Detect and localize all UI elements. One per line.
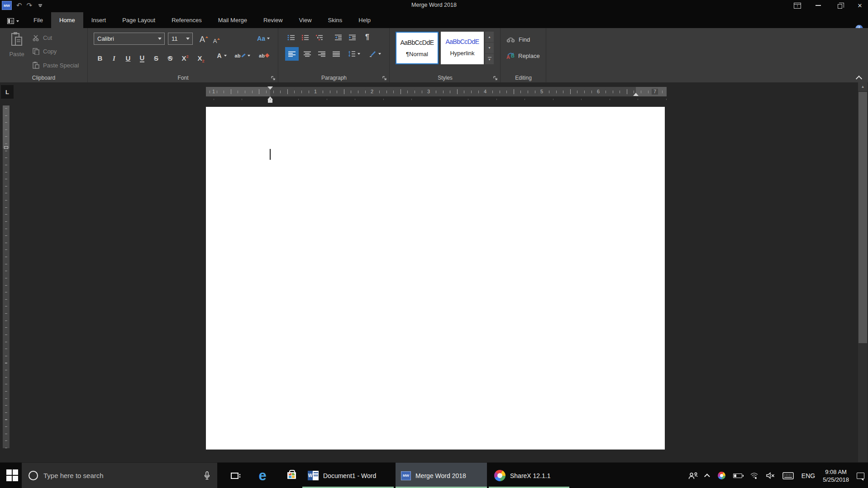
vertical-ruler[interactable] — [3, 105, 10, 448]
document-page[interactable] — [206, 107, 665, 450]
clock[interactable]: 9:08 AM 5/25/2018 — [823, 468, 849, 483]
shrink-font-button[interactable]: A — [211, 33, 221, 44]
line-spacing-button[interactable] — [345, 47, 363, 61]
show-hidden-icons-button[interactable] — [704, 474, 710, 479]
chevron-down-icon — [378, 53, 381, 55]
align-right-button[interactable] — [315, 47, 329, 61]
subscript-button[interactable]: X2 — [194, 49, 208, 62]
align-center-button[interactable] — [300, 47, 314, 61]
highlight-button[interactable]: ab — [232, 49, 253, 62]
style-hyperlink[interactable]: AaBbCcDdE Hyperlink — [441, 32, 484, 64]
strikethrough-icon: S — [154, 54, 158, 62]
style-name: ¶Normal — [396, 51, 438, 57]
tab-home[interactable]: Home — [51, 12, 83, 28]
app-menu-button[interactable] — [7, 18, 19, 24]
tab-skins[interactable]: Skins — [320, 12, 351, 28]
shading-button[interactable] — [366, 47, 384, 61]
touch-keyboard-icon[interactable] — [782, 472, 794, 479]
double-underline-button[interactable]: U — [136, 49, 148, 62]
close-button[interactable]: ✕ — [855, 1, 864, 10]
vertical-scrollbar[interactable]: ▲ — [858, 82, 868, 462]
clear-formatting-button[interactable]: ab — [256, 49, 272, 62]
tab-stop-selector[interactable]: L — [1, 85, 14, 99]
scrollbar-thumb[interactable] — [858, 92, 867, 343]
merge-word-icon: MW — [401, 471, 411, 480]
language-indicator[interactable]: ENG — [801, 472, 815, 479]
microphone-icon[interactable] — [204, 471, 210, 480]
paste-button[interactable]: Paste — [5, 32, 29, 74]
store-button[interactable] — [283, 463, 300, 488]
bullets-button[interactable] — [285, 32, 297, 43]
change-case-icon: Aa — [257, 35, 265, 42]
bullet-list-icon — [287, 34, 295, 41]
font-group-label: Font — [88, 75, 278, 81]
replace-button[interactable]: A B Replace — [506, 52, 540, 60]
menu-file[interactable]: File — [25, 12, 51, 28]
tab-references[interactable]: References — [163, 12, 210, 28]
tab-insert[interactable]: Insert — [83, 12, 114, 28]
style-preview: AaBbCcDdE — [396, 39, 438, 46]
increase-indent-button[interactable] — [346, 32, 358, 43]
left-indent-marker[interactable] — [268, 100, 272, 103]
numbering-button[interactable] — [299, 32, 311, 43]
cut-button[interactable]: Cut — [33, 34, 52, 41]
tab-review[interactable]: Review — [255, 12, 291, 28]
font-color-button[interactable]: A — [213, 49, 231, 62]
style-normal[interactable]: AaBbCcDdE ¶Normal — [396, 32, 439, 64]
show-marks-button[interactable]: ¶ — [361, 31, 373, 43]
top-margin-marker[interactable] — [4, 146, 8, 149]
justify-button[interactable] — [329, 47, 343, 61]
bold-button[interactable]: B — [94, 49, 106, 62]
ribbon-display-options-button[interactable] — [793, 1, 802, 10]
first-line-indent-marker[interactable] — [267, 86, 273, 90]
copy-button[interactable]: Copy — [33, 48, 57, 55]
restore-button[interactable] — [835, 1, 844, 10]
ruler-number: 5 — [539, 89, 545, 95]
styles-scroll-down-button[interactable]: ▼ — [485, 43, 494, 53]
change-case-button[interactable]: Aa — [253, 33, 273, 44]
task-view-button[interactable] — [228, 463, 241, 488]
multilevel-list-button[interactable] — [313, 32, 325, 43]
right-indent-marker[interactable] — [633, 93, 639, 96]
collapse-ribbon-button[interactable] — [856, 76, 862, 80]
ribbon-display-icon — [794, 3, 801, 9]
start-button[interactable] — [6, 469, 18, 481]
taskbar-app-merge-word[interactable]: MW Merge Word 2018 — [396, 463, 487, 488]
taskbar-search[interactable] — [22, 463, 217, 488]
double-strikethrough-icon: S — [168, 54, 172, 62]
taskbar-app-word[interactable]: W Document1 - Word — [302, 463, 394, 488]
underline-icon: U — [126, 54, 131, 62]
find-button[interactable]: Find — [506, 36, 530, 43]
wifi-icon[interactable] — [750, 472, 758, 479]
minimize-button[interactable] — [814, 1, 823, 10]
strikethrough-button[interactable]: S — [150, 49, 162, 62]
chevron-down-icon — [16, 20, 19, 22]
taskbar-app-sharex[interactable]: ShareX 12.1.1 — [489, 463, 569, 488]
underline-button[interactable]: U — [122, 49, 134, 62]
horizontal-ruler[interactable]: 1 1 2 3 4 5 6 7 — [206, 87, 667, 96]
font-size-combo[interactable]: 11 — [168, 33, 193, 45]
italic-button[interactable]: I — [108, 49, 120, 62]
sharex-tray-icon[interactable] — [718, 472, 725, 479]
align-left-button[interactable] — [285, 47, 299, 61]
scroll-up-button[interactable]: ▲ — [858, 82, 868, 91]
action-center-icon[interactable] — [857, 473, 864, 479]
tab-mail-merge[interactable]: Mail Merge — [210, 12, 255, 28]
superscript-button[interactable]: X2 — [178, 49, 192, 62]
people-icon[interactable] — [688, 472, 698, 479]
tab-help[interactable]: Help — [350, 12, 379, 28]
decrease-indent-button[interactable] — [332, 32, 344, 43]
tab-view[interactable]: View — [291, 12, 320, 28]
search-input[interactable] — [43, 472, 204, 479]
edge-button[interactable]: e — [254, 463, 271, 488]
volume-muted-icon[interactable] — [766, 472, 775, 479]
double-strikethrough-button[interactable]: S — [164, 49, 176, 62]
grow-font-button[interactable]: A — [198, 32, 210, 44]
styles-scroll-up-button[interactable]: ▲ — [485, 32, 494, 42]
tab-page-layout[interactable]: Page Layout — [114, 12, 163, 28]
paste-special-button[interactable]: Paste Special — [33, 62, 79, 69]
battery-icon[interactable] — [733, 474, 742, 478]
font-family-combo[interactable]: Calibri — [94, 33, 165, 45]
triangle-up-icon: ▲ — [488, 35, 491, 38]
styles-gallery-more-button[interactable]: ▼ — [485, 54, 494, 64]
